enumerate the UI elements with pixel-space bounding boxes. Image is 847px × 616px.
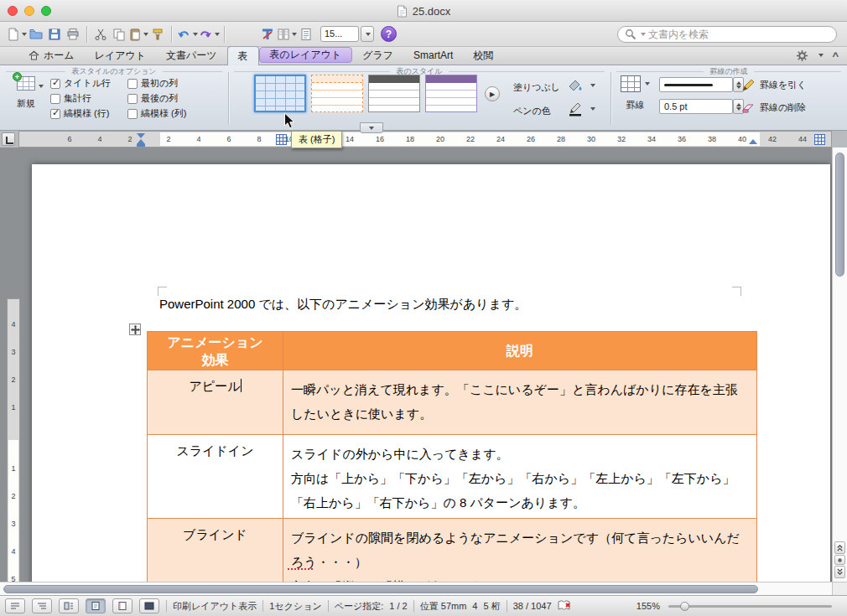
tab-stop-selector[interactable] bbox=[2, 132, 15, 146]
line-weight-combo[interactable]: 0.5 pt bbox=[659, 99, 733, 114]
search-input[interactable] bbox=[648, 28, 829, 40]
help-button[interactable]: ? bbox=[381, 26, 397, 42]
view-draft-button[interactable] bbox=[5, 598, 25, 613]
zoom-value-field[interactable]: 15... bbox=[320, 26, 359, 42]
redo-button[interactable] bbox=[198, 24, 220, 44]
table-style-orange-thumbnail[interactable] bbox=[311, 75, 363, 112]
gallery-more-button[interactable]: ▶ bbox=[485, 86, 500, 101]
header-cell-effect[interactable]: アニメーション効果 bbox=[148, 332, 283, 370]
vertical-scrollbar[interactable] bbox=[832, 148, 847, 582]
zoom-percentage: 155% bbox=[637, 601, 660, 611]
cell-effect[interactable]: スライドイン bbox=[148, 435, 283, 519]
print-button[interactable] bbox=[64, 24, 82, 44]
tables-borders-button[interactable] bbox=[258, 24, 277, 44]
tab-charts[interactable]: グラフ bbox=[352, 46, 403, 65]
table-style-grid-thumbnail[interactable] bbox=[254, 75, 306, 112]
table-style-dark-thumbnail[interactable] bbox=[368, 75, 420, 112]
zoom-dropdown-button[interactable] bbox=[361, 26, 374, 42]
view-notebook-button[interactable] bbox=[112, 598, 133, 613]
ribbon-settings-dropdown-icon[interactable] bbox=[818, 54, 824, 57]
save-button[interactable] bbox=[45, 24, 64, 44]
checkbox-last-column[interactable]: 最後の列 bbox=[127, 92, 178, 105]
fill-dropdown-icon[interactable] bbox=[590, 84, 595, 87]
spellcheck-status-icon[interactable] bbox=[558, 600, 572, 612]
home-icon bbox=[29, 50, 39, 60]
view-publishing-button[interactable] bbox=[59, 598, 79, 613]
checkbox-first-column[interactable]: 最初の列 bbox=[127, 77, 178, 90]
zoom-dropdown-icon bbox=[366, 33, 371, 36]
checkbox-banded-rows[interactable]: 縞模様 (行) bbox=[50, 107, 109, 120]
ruler-number: 42 bbox=[768, 135, 777, 143]
line-style-sample bbox=[664, 84, 713, 86]
horizontal-scrollbar[interactable] bbox=[0, 582, 832, 595]
show-marks-button[interactable] bbox=[297, 24, 315, 44]
vertical-scrollbar-thumb[interactable] bbox=[835, 153, 844, 277]
view-print-layout-button[interactable] bbox=[86, 598, 106, 613]
search-field[interactable] bbox=[617, 26, 837, 43]
tab-layout[interactable]: レイアウト bbox=[85, 46, 156, 65]
borders-dropdown-icon[interactable] bbox=[645, 82, 650, 85]
tab-smartart[interactable]: SmartArt bbox=[403, 46, 463, 65]
view-fullscreen-button[interactable] bbox=[139, 598, 159, 613]
columns-button[interactable] bbox=[277, 24, 297, 44]
line-style-combo[interactable] bbox=[659, 77, 733, 92]
ruler-number: 20 bbox=[436, 135, 444, 143]
cell-description[interactable]: 一瞬パッと消えて現れます。「ここにいるぞー」と言わんばかりに存在を主張したいとき… bbox=[283, 370, 757, 435]
gallery-dropdown-button[interactable] bbox=[360, 122, 383, 133]
tab-table-layout[interactable]: 表のレイアウト bbox=[259, 47, 353, 63]
document-page[interactable]: PowerPoint 2000 では、以下のアニメーション効果があります。 アニ… bbox=[32, 164, 830, 595]
cell-description[interactable]: スライドの外から中に入ってきます。 方向は「上から」「下から」「左から」「右から… bbox=[283, 435, 757, 519]
table-move-handle[interactable] bbox=[129, 324, 141, 335]
select-browse-object-button[interactable] bbox=[834, 555, 845, 565]
new-table-style-dropdown-icon[interactable] bbox=[39, 85, 44, 88]
copy-button[interactable] bbox=[110, 24, 128, 44]
cell-effect[interactable]: アピール bbox=[148, 370, 283, 435]
intro-paragraph[interactable]: PowerPoint 2000 では、以下のアニメーション効果があります。 bbox=[159, 297, 527, 313]
open-button[interactable] bbox=[27, 24, 45, 44]
char-count-indicator[interactable]: 38 / 1047 bbox=[513, 601, 552, 611]
format-painter-button[interactable] bbox=[148, 24, 167, 44]
horizontal-scrollbar-thumb[interactable] bbox=[3, 585, 758, 593]
table-column-marker-icon[interactable] bbox=[814, 134, 825, 145]
titlebar[interactable]: 25.docx bbox=[0, 0, 847, 22]
checkbox-header-row[interactable]: タイトル行 bbox=[50, 77, 111, 90]
checkbox-banded-columns[interactable]: 縞模様 (列) bbox=[127, 107, 186, 120]
ruler-number: 2 bbox=[11, 492, 15, 500]
tab-document-parts[interactable]: 文書パーツ bbox=[156, 46, 227, 65]
table-style-purple-thumbnail[interactable] bbox=[425, 75, 477, 112]
left-indent-marker[interactable] bbox=[137, 144, 145, 147]
new-document-button[interactable] bbox=[7, 24, 27, 44]
checkbox-total-row[interactable]: 集計行 bbox=[50, 92, 91, 105]
new-table-style-button[interactable]: + 新規 bbox=[7, 75, 45, 122]
ruler-number: 3 bbox=[11, 520, 15, 528]
vertical-ruler[interactable]: 432112345678910 bbox=[7, 298, 20, 616]
header-cell-description[interactable]: 説明 bbox=[283, 332, 757, 370]
zoom-slider-thumb[interactable] bbox=[680, 602, 689, 611]
right-indent-marker[interactable] bbox=[749, 139, 757, 144]
redo-dropdown-icon[interactable] bbox=[215, 33, 220, 36]
previous-page-button[interactable] bbox=[834, 541, 845, 554]
first-line-indent-marker[interactable] bbox=[137, 133, 145, 138]
search-scope-dropdown-icon[interactable] bbox=[641, 33, 646, 36]
collapse-ribbon-button[interactable]: ^ bbox=[832, 49, 839, 62]
tab-review[interactable]: 校閲 bbox=[463, 46, 503, 65]
borders-button[interactable]: 罫線 bbox=[621, 75, 650, 111]
ruler-number: 38 bbox=[708, 135, 716, 143]
horizontal-ruler[interactable]: 6422468101214161820222426283032343638404… bbox=[18, 131, 832, 148]
pen-icon[interactable] bbox=[567, 100, 584, 116]
view-outline-button[interactable] bbox=[32, 598, 52, 613]
erase-border-button[interactable]: 罫線の削除 bbox=[741, 101, 806, 114]
zoom-slider[interactable] bbox=[668, 605, 832, 608]
tab-tables[interactable]: 表 bbox=[227, 46, 259, 65]
pen-dropdown-icon[interactable] bbox=[590, 107, 595, 111]
checkbox-box bbox=[50, 109, 60, 119]
tab-home[interactable]: ホーム bbox=[18, 46, 85, 65]
draw-border-button[interactable]: 罫線を引く bbox=[741, 78, 807, 92]
paste-button[interactable] bbox=[128, 24, 148, 44]
cut-button[interactable] bbox=[91, 24, 110, 44]
fill-bucket-icon[interactable] bbox=[567, 78, 584, 93]
ribbon-settings-button[interactable] bbox=[796, 49, 808, 62]
undo-button[interactable] bbox=[176, 24, 198, 44]
page-indicator-value[interactable]: 1 / 2 bbox=[389, 601, 407, 611]
next-page-button[interactable] bbox=[834, 566, 845, 578]
